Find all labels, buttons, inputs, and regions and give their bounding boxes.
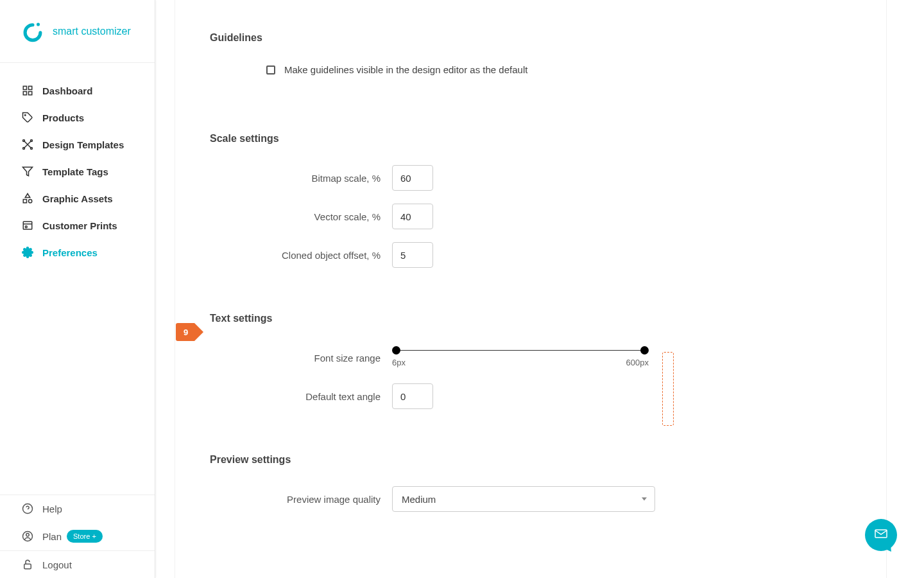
bitmap-scale-label: Bitmap scale, % [210,173,392,184]
svg-marker-11 [25,194,30,198]
slider-handle-max[interactable] [640,346,649,355]
font-size-range-label: Font size range [210,353,392,363]
preview-quality-value: Medium [402,494,436,505]
sidebar-item-template-tags[interactable]: Template Tags [0,158,155,185]
tour-step-number: 9 [184,328,188,337]
svg-rect-14 [23,222,32,229]
svg-rect-22 [24,564,31,569]
sidebar-item-label: Help [42,504,62,514]
dashboard-icon [22,85,33,96]
sidebar: smart customizer Dashboard Products Desi… [0,0,155,578]
plan-badge: Store + [67,530,103,543]
vector-scale-input[interactable] [392,204,433,229]
svg-rect-12 [23,200,26,203]
bitmap-scale-input[interactable] [392,165,433,191]
svg-point-16 [25,226,27,228]
logo-area[interactable]: smart customizer [0,0,155,63]
sidebar-item-logout[interactable]: Logout [0,551,155,578]
checkbox-icon[interactable] [266,66,275,74]
filter-icon [22,166,33,177]
sidebar-item-label: Customer Prints [42,220,117,231]
sidebar-item-help[interactable]: Help [0,495,155,522]
logout-icon [22,559,33,570]
sidebar-item-label: Logout [42,559,72,570]
svg-rect-1 [23,86,26,89]
section-title-scale: Scale settings [210,133,851,144]
svg-point-13 [29,200,32,203]
sidebar-item-design-templates[interactable]: Design Templates [0,131,155,158]
sidebar-item-label: Graphic Assets [42,193,113,204]
chat-support-button[interactable] [865,519,897,551]
section-title-guidelines: Guidelines [210,32,851,44]
guidelines-checkbox-row[interactable]: Make guidelines visible in the design ed… [210,64,851,75]
svg-rect-23 [875,530,887,538]
user-icon [22,530,33,542]
mail-icon [873,526,889,544]
svg-rect-3 [23,92,26,95]
app-name: smart customizer [53,26,131,37]
sidebar-item-label: Design Templates [42,139,124,150]
default-text-angle-input[interactable] [392,383,433,409]
svg-point-0 [37,22,40,26]
shapes-icon [22,193,33,204]
sidebar-item-label: Products [42,112,84,123]
cloned-offset-label: Cloned object offset, % [210,250,392,261]
cloned-offset-input[interactable] [392,242,433,268]
main-content: Guidelines Make guidelines visible in th… [175,0,887,578]
sidebar-item-products[interactable]: Products [0,104,155,131]
default-text-angle-label: Default text angle [210,391,392,402]
vector-scale-label: Vector scale, % [210,211,392,222]
logo-icon [22,21,44,42]
sidebar-item-preferences[interactable]: Preferences [0,239,155,266]
sidebar-item-label: Template Tags [42,166,108,177]
chevron-down-icon [642,498,647,501]
preview-quality-select[interactable]: Medium [392,486,655,512]
sidebar-item-dashboard[interactable]: Dashboard [0,77,155,104]
sidebar-item-label: Dashboard [42,85,92,96]
sidebar-item-customer-prints[interactable]: Customer Prints [0,212,155,239]
sidebar-item-label: Plan [42,531,62,542]
svg-point-21 [26,534,30,537]
slider-track [396,350,645,351]
svg-point-5 [25,115,26,116]
svg-rect-4 [29,92,32,95]
tour-step-badge[interactable]: 9 [176,323,194,341]
sidebar-item-label: Preferences [42,247,98,258]
sidebar-item-graphic-assets[interactable]: Graphic Assets [0,185,155,212]
gear-icon [22,247,33,258]
slider-min-label: 6px [392,358,406,367]
section-title-text: Text settings [210,313,851,324]
slider-max-label: 600px [626,358,649,367]
nav-main: Dashboard Products Design Templates Temp… [0,63,155,495]
help-icon [22,503,33,514]
tag-icon [22,112,33,123]
section-title-preview: Preview settings [210,454,851,466]
slider-handle-min[interactable] [392,346,400,355]
nav-bottom: Help Plan Store + Logout [0,495,155,578]
prints-icon [22,220,33,231]
sidebar-item-plan[interactable]: Plan Store + [0,522,155,550]
guidelines-checkbox-label: Make guidelines visible in the design ed… [284,64,527,75]
font-size-range-slider[interactable]: 6px 600px [392,345,649,371]
design-icon [22,139,33,150]
svg-marker-10 [23,167,33,176]
svg-rect-2 [29,86,32,89]
preview-quality-label: Preview image quality [210,494,392,505]
